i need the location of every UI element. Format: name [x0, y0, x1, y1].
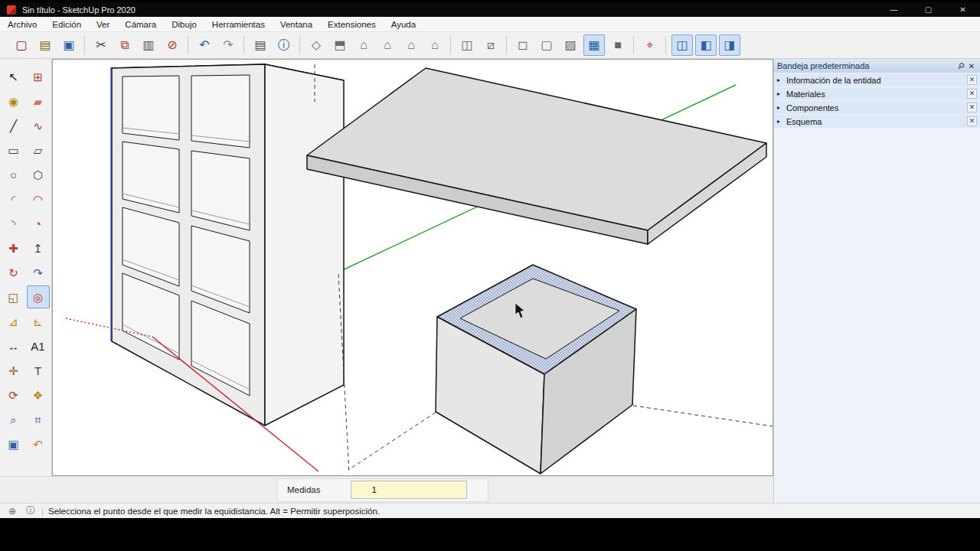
section-plane-button[interactable]: ◫ — [671, 34, 693, 56]
rotated-rectangle-tool[interactable]: ▱ — [27, 139, 50, 161]
tray-section-entity-info[interactable]: ▸ Información de la entidad ✕ — [774, 73, 980, 86]
tape-measure-tool[interactable]: ⊿ — [2, 310, 25, 333]
close-icon[interactable]: ✕ — [967, 103, 977, 112]
copy-button[interactable]: ⧉ — [114, 34, 136, 56]
select-tool[interactable]: ↖ — [2, 65, 25, 88]
move-tool[interactable]: ✚ — [2, 236, 25, 259]
menu-camara[interactable]: Cámara — [117, 18, 164, 31]
close-icon[interactable]: ✕ — [967, 89, 977, 99]
polygon-tool[interactable]: ⬡ — [27, 163, 50, 186]
text-tool[interactable]: A1 — [27, 334, 50, 357]
view-iso-button[interactable]: ◇ — [305, 34, 327, 56]
new-button[interactable]: ▢ — [11, 34, 32, 56]
maximize-button[interactable]: ▢ — [911, 2, 946, 17]
close-icon[interactable]: ✕ — [967, 116, 977, 126]
tray-section-outliner[interactable]: ▸ Esquema ✕ — [774, 115, 980, 128]
tool-icon: ⊞ — [33, 71, 43, 83]
toolbar-icon: ▢ — [541, 39, 552, 51]
protractor-tool[interactable]: ⊾ — [27, 310, 50, 333]
freehand-tool[interactable]: ∿ — [27, 114, 50, 137]
toolbar-separator — [243, 36, 245, 54]
rotate-tool[interactable]: ↻ — [2, 261, 25, 284]
menu-ayuda[interactable]: Ayuda — [384, 18, 423, 31]
close-button[interactable]: ✕ — [946, 2, 980, 17]
view-right-button[interactable]: ⌂ — [377, 34, 398, 56]
paint-bucket-tool[interactable]: ◉ — [2, 90, 25, 112]
follow-me-tool[interactable]: ↷ — [27, 261, 50, 284]
line-tool[interactable]: ╱ — [2, 114, 25, 137]
menu-herramientas[interactable]: Herramientas — [204, 18, 273, 31]
zoom-tool[interactable]: ⌕ — [2, 408, 25, 431]
menu-ver[interactable]: Ver — [89, 18, 117, 31]
measurements-input[interactable] — [351, 481, 467, 499]
table-slab[interactable] — [307, 68, 766, 244]
axes-tool[interactable]: ✛ — [2, 359, 25, 382]
two-point-arc-tool[interactable]: ◠ — [27, 187, 50, 210]
paste-button[interactable]: ▥ — [138, 34, 159, 56]
scene-3d[interactable] — [53, 60, 773, 475]
offset-box[interactable] — [436, 265, 636, 474]
shaded-textures-button[interactable]: ▦ — [583, 34, 605, 56]
circle-tool[interactable]: ○ — [2, 163, 25, 186]
hidden-line-button[interactable]: ▢ — [536, 34, 557, 56]
pie-tool[interactable]: ◔ — [27, 212, 50, 235]
orbit-tool[interactable]: ⟳ — [2, 383, 25, 406]
cancel-button[interactable]: ⊘ — [162, 34, 183, 56]
back-edges-button[interactable]: ⧄ — [480, 34, 501, 56]
offset-tool[interactable]: ◎ — [27, 285, 50, 308]
pin-icon[interactable]: ⚲ — [953, 58, 968, 73]
pan-tool[interactable]: ❖ — [27, 383, 50, 406]
3d-text-tool[interactable]: T — [27, 359, 50, 382]
close-icon[interactable]: ✕ — [967, 75, 977, 85]
monochrome-button[interactable]: ■ — [607, 34, 629, 56]
tray-section-components[interactable]: ▸ Componentes ✕ — [774, 101, 980, 114]
scale-tool[interactable]: ◱ — [2, 285, 25, 308]
redo-button[interactable]: ↷ — [217, 34, 239, 56]
save-button[interactable]: ▣ — [58, 34, 80, 56]
menu-dibujo[interactable]: Dibujo — [164, 18, 204, 31]
window-title: Sin título - SketchUp Pro 2020 — [22, 5, 136, 15]
view-front-button[interactable]: ⌂ — [353, 34, 374, 56]
toolbar-icon: ⬒ — [334, 39, 345, 51]
tray-header[interactable]: Bandeja predeterminada ⚲ ✕ — [774, 59, 980, 73]
menu-archivo[interactable]: Archivo — [0, 18, 44, 31]
dimension-tool[interactable]: ↔ — [2, 334, 25, 357]
make-component-tool[interactable]: ⊞ — [27, 65, 50, 88]
xray-button[interactable]: ◫ — [456, 34, 478, 56]
zoom-extents-tool[interactable]: ▣ — [2, 432, 25, 455]
shaded-button[interactable]: ▨ — [560, 34, 581, 56]
menu-edicion[interactable]: Edición — [44, 18, 89, 31]
minimize-button[interactable]: — — [877, 2, 911, 17]
section-fill-button[interactable]: ◨ — [719, 34, 740, 56]
toolbar-icon: ◫ — [676, 39, 688, 51]
push-pull-tool[interactable]: ↥ — [27, 236, 50, 259]
help-icon[interactable]: ⓘ — [24, 505, 37, 517]
view-top-button[interactable]: ⬒ — [329, 34, 351, 56]
section-cuts-button[interactable]: ◧ — [695, 34, 717, 56]
menu-ventana[interactable]: Ventana — [273, 18, 320, 31]
undo-button[interactable]: ↶ — [194, 34, 215, 56]
tool-icon: T — [34, 365, 41, 377]
menu-extensiones[interactable]: Extensiones — [320, 18, 384, 31]
view-back-button[interactable]: ⌂ — [400, 34, 422, 56]
previous-view-tool[interactable]: ↶ — [27, 432, 50, 455]
arc-tool[interactable]: ◜ — [2, 187, 25, 210]
viewport-3d[interactable] — [52, 59, 773, 476]
open-button[interactable]: ▤ — [34, 34, 56, 56]
toolbar-separator — [450, 36, 452, 54]
zoom-window-tool[interactable]: ⌗ — [27, 408, 50, 431]
toolbar-icon: ▤ — [39, 39, 51, 51]
cut-button[interactable]: ✂ — [90, 34, 112, 56]
rectangle-tool[interactable]: ▭ — [2, 139, 25, 161]
model-info-button[interactable]: ⓘ — [273, 34, 295, 56]
geolocation-icon[interactable]: ⊕ — [6, 505, 18, 517]
tool-icon: ↔ — [8, 341, 19, 352]
print-button[interactable]: ▤ — [250, 34, 271, 56]
eraser-tool[interactable]: ▰ — [27, 90, 50, 112]
wireframe-button[interactable]: ◻ — [512, 34, 534, 56]
view-left-button[interactable]: ⌂ — [424, 34, 446, 56]
tool-icon: ↖ — [8, 71, 18, 83]
three-point-arc-tool[interactable]: ◝ — [2, 212, 25, 235]
position-camera-button[interactable]: ⌖ — [639, 34, 661, 56]
tray-section-materials[interactable]: ▸ Materiales ✕ — [774, 87, 980, 100]
